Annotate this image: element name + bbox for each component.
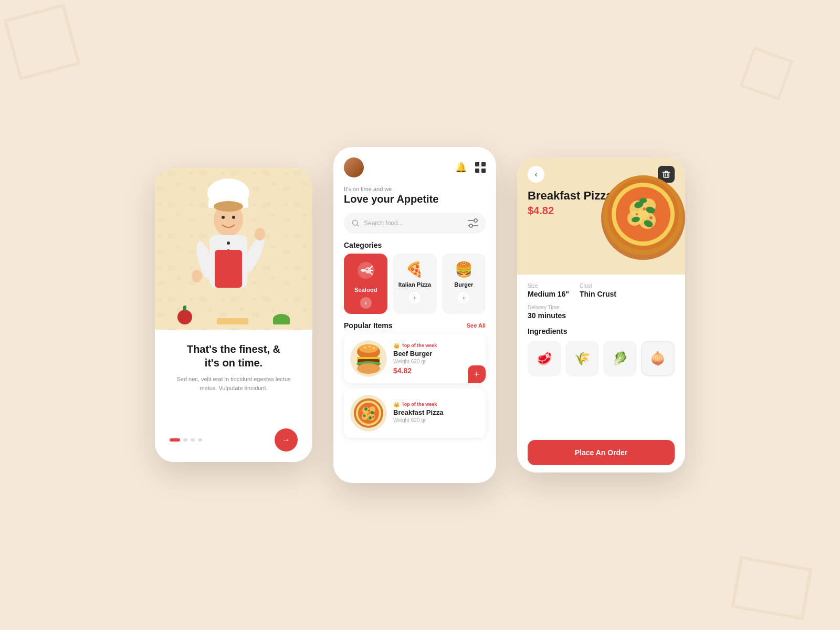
- grid-dot-3: [475, 169, 479, 173]
- dot-1: [170, 438, 180, 442]
- next-button[interactable]: [275, 428, 298, 452]
- back-button[interactable]: ‹: [528, 166, 544, 183]
- delivery-label: Delivery Time: [528, 304, 675, 310]
- seafood-icon: [356, 261, 375, 284]
- lettuce-decor: [273, 314, 290, 324]
- ingredient-grain: 🌾: [565, 341, 599, 376]
- pagination-dots: [170, 438, 202, 442]
- svg-point-32: [369, 346, 371, 348]
- filter-icon[interactable]: [468, 218, 478, 228]
- seafood-label: Seafood: [354, 287, 377, 293]
- burger-name: Beef Burger: [393, 350, 479, 358]
- categories-list: Seafood › 🍕 Italian Pizza › 🍔 Burg: [333, 254, 496, 314]
- svg-point-9: [222, 216, 225, 219]
- bg-decoration-tr: [740, 47, 794, 101]
- header-actions: 🔔: [455, 162, 486, 173]
- onboarding-navigation: [170, 428, 298, 452]
- pizza-cat-label: Italian Pizza: [398, 281, 431, 288]
- menu-icon[interactable]: [475, 162, 486, 173]
- crown-icon: 👑: [393, 343, 400, 349]
- burger-cat-arrow-icon: ›: [463, 295, 465, 301]
- category-italian-pizza[interactable]: 🍕 Italian Pizza ›: [393, 254, 436, 314]
- svg-point-48: [371, 411, 374, 414]
- burger-cat-arrow: ›: [458, 292, 469, 303]
- pizza-cat-icon: 🍕: [405, 261, 424, 278]
- app-header: 🔔: [333, 147, 496, 177]
- pizza-cat-arrow: ›: [409, 292, 421, 303]
- ingredient-meat: 🥩: [528, 341, 561, 376]
- dot-2: [183, 438, 187, 442]
- detail-info-row: Size Medium 16" Crust Thin Crust: [528, 283, 675, 304]
- pizza-name: Breakfast Pizza: [393, 408, 479, 416]
- categories-label: Categories: [333, 234, 496, 254]
- seafood-arrow: ›: [360, 297, 372, 309]
- browse-phone: 🔔 It's on time and we Love your Appetite: [333, 147, 496, 483]
- user-avatar[interactable]: [344, 158, 364, 177]
- ingredients-section: Ingredients 🥩 🌾 🥬 🧅: [528, 327, 675, 376]
- delivery-value: 30 minutes: [528, 311, 675, 320]
- onboarding-content: That's the finest, &it's on time. Sed ne…: [155, 330, 312, 462]
- svg-point-42: [358, 403, 379, 424]
- pizza-hero-container: [596, 168, 685, 262]
- greeting-title: Love your Appetite: [344, 193, 486, 205]
- burger-cat-icon: 🍔: [455, 261, 473, 278]
- pizza-image: [350, 395, 387, 432]
- avatar-image: [344, 158, 364, 177]
- svg-point-38: [357, 363, 380, 374]
- pizza-cat-arrow-icon: ›: [414, 295, 415, 301]
- detail-body: Size Medium 16" Crust Thin Crust Deliver…: [517, 275, 685, 433]
- crust-label: Crust: [580, 283, 616, 289]
- ingredient-extra-icon: 🧅: [650, 351, 666, 366]
- pizza-badge: 👑 Top of the week: [393, 402, 479, 407]
- svg-point-10: [232, 216, 235, 219]
- category-burger[interactable]: 🍔 Burger ›: [442, 254, 486, 314]
- place-order-button[interactable]: Place An Order: [528, 440, 675, 465]
- notification-icon[interactable]: 🔔: [455, 162, 467, 173]
- delivery-detail: Delivery Time 30 minutes: [528, 304, 675, 320]
- search-bar[interactable]: Search food...: [344, 213, 486, 234]
- seafood-arrow-icon: ›: [365, 300, 366, 306]
- food-card-burger: 👑 Top of the week Beef Burger Weight 620…: [344, 334, 486, 383]
- svg-point-73: [649, 216, 653, 219]
- grid-dot-1: [475, 162, 479, 166]
- burger-weight: Weight 620 gr: [393, 359, 479, 364]
- size-label: Size: [528, 283, 569, 289]
- svg-point-47: [364, 407, 368, 411]
- search-icon: [351, 219, 360, 227]
- popular-header: Popular Items See All: [333, 314, 496, 334]
- bg-decoration-tl: [4, 4, 81, 81]
- plus-icon: +: [474, 370, 480, 379]
- onboarding-title: That's the finest, &it's on time.: [170, 342, 298, 370]
- pizza-hero-svg: [596, 168, 685, 262]
- onboarding-phone: That's the finest, &it's on time. Sed ne…: [155, 168, 312, 462]
- greeting-subtitle: It's on time and we: [344, 186, 486, 192]
- search-input[interactable]: Search food...: [364, 219, 464, 227]
- add-burger-button[interactable]: +: [468, 365, 486, 383]
- burger-info: 👑 Top of the week Beef Burger Weight 620…: [393, 343, 479, 375]
- detail-phone: ‹ Breakfast Pizza $4.82: [517, 158, 685, 472]
- category-seafood[interactable]: Seafood ›: [344, 254, 387, 314]
- food-counter: [155, 310, 312, 324]
- crust-value: Thin Crust: [580, 290, 616, 298]
- see-all-button[interactable]: See All: [467, 322, 486, 329]
- pizza-weight: Weight 620 gr: [393, 417, 479, 423]
- dot-3: [191, 438, 195, 442]
- size-detail: Size Medium 16": [528, 283, 569, 298]
- pizza-badge-text: Top of the week: [402, 402, 437, 407]
- svg-point-52: [372, 416, 374, 418]
- hero-section: [155, 168, 312, 330]
- badge-text: Top of the week: [402, 343, 437, 348]
- svg-point-71: [643, 207, 646, 211]
- onboarding-subtitle: Sed nec, velit erat in tincidunt egestas…: [170, 375, 298, 392]
- svg-point-72: [636, 213, 638, 216]
- ingredient-veggie: 🥬: [603, 341, 637, 376]
- greeting-section: It's on time and we Love your Appetite: [333, 177, 496, 205]
- crown-icon-2: 👑: [393, 402, 400, 407]
- burger-badge: 👑 Top of the week: [393, 343, 479, 349]
- detail-header: ‹ Breakfast Pizza $4.82: [517, 158, 685, 275]
- grid-dot-2: [481, 162, 486, 166]
- svg-point-30: [359, 344, 378, 353]
- burger-cat-label: Burger: [454, 281, 473, 288]
- svg-point-70: [639, 198, 647, 203]
- svg-point-27: [366, 269, 368, 270]
